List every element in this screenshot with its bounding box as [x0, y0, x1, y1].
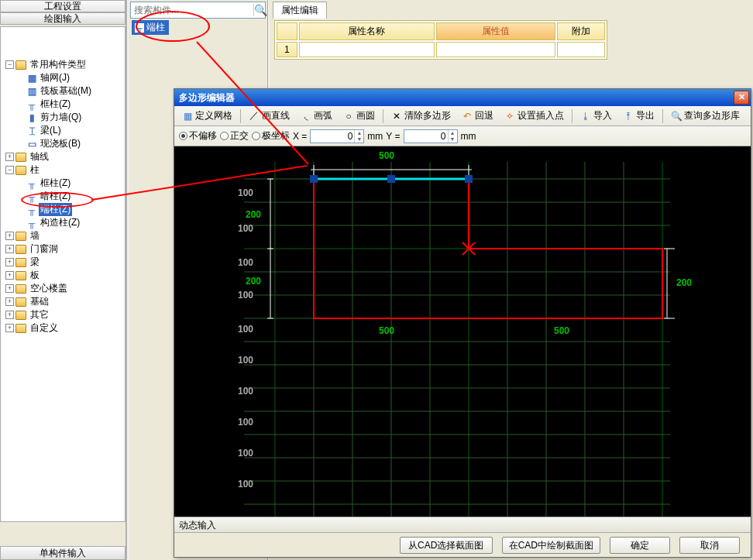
tree-wall[interactable]: +墙 — [4, 229, 125, 242]
btn-set-insert[interactable]: ✧设置插入点 — [500, 107, 569, 125]
svg-text:100: 100 — [484, 515, 500, 517]
svg-text:200: 200 — [246, 209, 261, 220]
y-label: Y = — [386, 131, 400, 142]
close-icon[interactable]: ✕ — [734, 91, 749, 105]
btn-export[interactable]: ⭱导出 — [618, 107, 659, 125]
tree-axisnet[interactable]: ▦轴网(J) — [4, 71, 125, 84]
svg-text:100: 100 — [238, 290, 253, 301]
btn-undo[interactable]: ↶回退 — [457, 107, 498, 125]
col-propadd[interactable]: 附加 — [557, 22, 605, 40]
draw-input-tab[interactable]: 绘图输入 — [0, 12, 126, 25]
search-box: 🔍 — [130, 2, 266, 19]
svg-text:500: 500 — [379, 325, 394, 336]
tree-root[interactable]: −常用构件类型 — [4, 58, 125, 71]
radio-polar[interactable]: 极坐标 — [252, 129, 290, 143]
row-num: 1 — [277, 42, 297, 57]
component-tree: −常用构件类型 ▦轴网(J) ▥筏板基础(M) ╥框柱(Z) ▮剪力墙(Q) ⌶… — [0, 26, 126, 522]
btn-query-lib[interactable]: 🔍查询多边形库 — [666, 107, 744, 125]
col-propname[interactable]: 属性名称 — [299, 22, 435, 40]
tree-col-frame[interactable]: ╥框柱(Z) — [4, 177, 125, 190]
btn-draw-arc[interactable]: ◟画弧 — [296, 107, 337, 125]
toolbar-coord: 不偏移 正交 极坐标 X = 0▲▼ mm Y = 0▲▼ mm — [174, 126, 751, 146]
svg-text:100: 100 — [407, 515, 422, 517]
left-panel: 工程设置 绘图输入 −常用构件类型 ▦轴网(J) ▥筏板基础(M) ╥框柱(Z)… — [0, 0, 127, 560]
tree-opening[interactable]: +门窗洞 — [4, 242, 125, 256]
svg-text:500: 500 — [554, 325, 569, 336]
svg-text:100: 100 — [238, 386, 253, 397]
svg-text:100: 100 — [291, 515, 306, 517]
btn-draw-line[interactable]: ／画直线 — [244, 107, 294, 125]
tree-slab[interactable]: ▭现浇板(B) — [4, 137, 125, 150]
dialog-buttons: 从CAD选择截面图 在CAD中绘制截面图 确定 取消 — [174, 532, 751, 557]
prop-edit-tab[interactable]: 属性编辑 — [273, 2, 327, 19]
x-input[interactable]: 0▲▼ — [310, 129, 364, 143]
btn-cancel[interactable]: 取消 — [679, 537, 740, 554]
tree-hollow[interactable]: +空心楼盖 — [4, 282, 125, 295]
svg-text:100: 100 — [238, 417, 253, 428]
tree-slab2[interactable]: +板 — [4, 269, 125, 282]
tree-custom[interactable]: +自定义 — [4, 321, 125, 335]
tree-foundation[interactable]: +基础 — [4, 295, 125, 308]
drawing-canvas[interactable]: 500 100 200 100 100 200 100 100 100 100 … — [174, 146, 751, 517]
selected-component[interactable]: ╥ 端柱 — [132, 20, 169, 35]
prop-add-cell[interactable] — [557, 42, 605, 57]
tree-col-end[interactable]: ╥端柱(Z) — [4, 203, 125, 216]
x-unit: mm — [367, 131, 383, 142]
tree-raft[interactable]: ▥筏板基础(M) — [4, 84, 125, 98]
svg-text:100: 100 — [368, 515, 383, 517]
tree-framecol[interactable]: ╥框柱(Z) — [4, 98, 125, 111]
svg-text:200: 200 — [246, 276, 261, 287]
tree-column[interactable]: −柱 — [4, 163, 125, 177]
single-input-tab[interactable]: 单构件输入 — [0, 546, 126, 560]
btn-import[interactable]: ⭳导入 — [576, 107, 617, 125]
tree-beam2[interactable]: +梁 — [4, 256, 125, 269]
x-label: X = — [293, 131, 307, 142]
svg-text:200: 200 — [676, 277, 692, 288]
svg-rect-40 — [387, 175, 395, 183]
toolbar-main: ▦定义网格 ／画直线 ◟画弧 ○画圆 ✕清除多边形 ↶回退 ✧设置插入点 ⭳导入… — [174, 106, 751, 126]
tree-col-constr[interactable]: ╥构造柱(Z) — [4, 216, 125, 229]
search-icon[interactable]: 🔍 — [253, 4, 267, 16]
svg-text:100: 100 — [562, 515, 577, 517]
proj-settings-header[interactable]: 工程设置 — [0, 0, 126, 12]
radio-no-offset[interactable]: 不偏移 — [179, 129, 217, 143]
svg-text:100: 100 — [238, 324, 253, 335]
svg-text:100: 100 — [600, 515, 616, 517]
btn-define-grid[interactable]: ▦定义网格 — [177, 107, 237, 125]
canvas-svg: 500 100 200 100 100 200 100 100 100 100 … — [174, 146, 751, 517]
btn-clear-poly[interactable]: ✕清除多边形 — [387, 107, 456, 125]
tree-shearwall[interactable]: ▮剪力墙(Q) — [4, 111, 125, 124]
svg-text:100: 100 — [238, 223, 253, 234]
dialog-titlebar[interactable]: 多边形编辑器 ✕ — [174, 89, 751, 106]
column-icon: ╥ — [135, 23, 144, 33]
y-unit: mm — [461, 131, 476, 142]
radio-ortho[interactable]: 正交 — [220, 129, 249, 143]
btn-draw-circle[interactable]: ○画圆 — [339, 107, 380, 125]
svg-text:100: 100 — [523, 515, 538, 517]
col-propval[interactable]: 属性值 — [436, 22, 555, 40]
btn-cad-select[interactable]: 从CAD选择截面图 — [400, 537, 493, 554]
tree-col-hidden[interactable]: ╥暗柱(Z) — [4, 190, 125, 203]
prop-val-cell[interactable] — [436, 42, 555, 57]
svg-text:100: 100 — [445, 515, 461, 517]
svg-text:100: 100 — [238, 257, 253, 268]
tree-other[interactable]: +其它 — [4, 308, 125, 321]
svg-rect-39 — [310, 175, 318, 183]
svg-text:100: 100 — [639, 515, 655, 517]
btn-cad-draw[interactable]: 在CAD中绘制截面图 — [502, 537, 600, 554]
svg-text:100: 100 — [238, 448, 253, 459]
polygon-editor-dialog: 多边形编辑器 ✕ ▦定义网格 ／画直线 ◟画弧 ○画圆 ✕清除多边形 ↶回退 ✧… — [174, 88, 751, 558]
svg-text:100: 100 — [238, 479, 253, 490]
y-input[interactable]: 0▲▼ — [404, 129, 458, 143]
dialog-title: 多边形编辑器 — [179, 91, 235, 105]
svg-text:100: 100 — [329, 515, 345, 517]
svg-rect-41 — [465, 175, 473, 183]
btn-ok[interactable]: 确定 — [610, 537, 670, 554]
prop-table: 属性名称属性值附加 1 — [274, 20, 607, 60]
svg-text:100: 100 — [238, 355, 253, 366]
tree-beam[interactable]: ⌶梁(L) — [4, 124, 125, 137]
tree-axis[interactable]: +轴线 — [4, 150, 125, 163]
search-input[interactable] — [131, 3, 253, 17]
prop-name-cell[interactable] — [299, 42, 435, 57]
svg-text:100: 100 — [238, 187, 253, 198]
